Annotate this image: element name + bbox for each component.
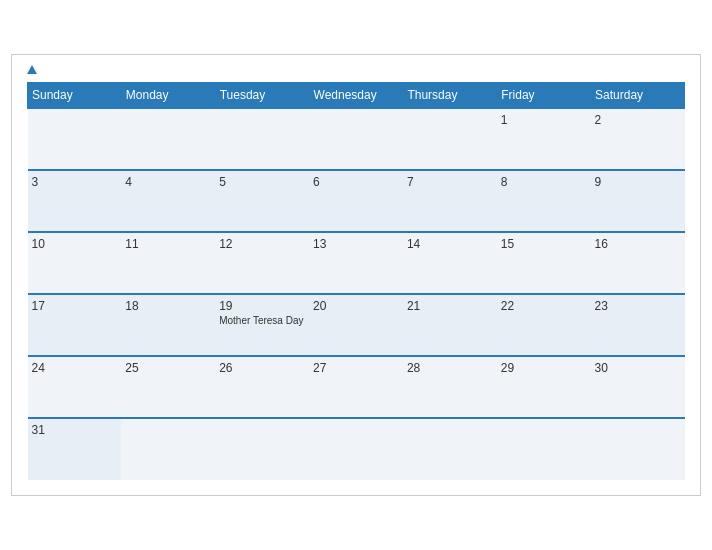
calendar-day-cell: 29 bbox=[497, 356, 591, 418]
calendar-day-cell: 16 bbox=[591, 232, 685, 294]
calendar-day-cell: 22 bbox=[497, 294, 591, 356]
day-number: 11 bbox=[125, 237, 211, 251]
logo bbox=[27, 65, 39, 74]
calendar-week-row: 12 bbox=[28, 108, 685, 170]
calendar-day-cell: 10 bbox=[28, 232, 122, 294]
calendar-day-cell: 5 bbox=[215, 170, 309, 232]
calendar-day-cell: 26 bbox=[215, 356, 309, 418]
calendar-day-cell: 27 bbox=[309, 356, 403, 418]
logo-blue-text bbox=[27, 65, 39, 74]
day-number: 6 bbox=[313, 175, 399, 189]
calendar-week-row: 10111213141516 bbox=[28, 232, 685, 294]
calendar-day-cell bbox=[28, 108, 122, 170]
calendar-day-cell: 28 bbox=[403, 356, 497, 418]
day-number: 15 bbox=[501, 237, 587, 251]
calendar-day-cell: 30 bbox=[591, 356, 685, 418]
day-number: 10 bbox=[32, 237, 118, 251]
day-number: 12 bbox=[219, 237, 305, 251]
calendar-header bbox=[27, 65, 685, 74]
calendar-day-cell: 8 bbox=[497, 170, 591, 232]
calendar-day-cell: 2 bbox=[591, 108, 685, 170]
calendar-day-cell: 12 bbox=[215, 232, 309, 294]
calendar-day-cell: 23 bbox=[591, 294, 685, 356]
calendar-day-cell bbox=[215, 418, 309, 480]
day-number: 1 bbox=[501, 113, 587, 127]
calendar-day-cell: 15 bbox=[497, 232, 591, 294]
weekday-header: Saturday bbox=[591, 83, 685, 109]
weekday-header: Monday bbox=[121, 83, 215, 109]
day-number: 23 bbox=[595, 299, 681, 313]
calendar-day-cell: 21 bbox=[403, 294, 497, 356]
calendar-day-cell bbox=[403, 108, 497, 170]
day-number: 27 bbox=[313, 361, 399, 375]
day-number: 24 bbox=[32, 361, 118, 375]
weekday-header: Friday bbox=[497, 83, 591, 109]
calendar-day-cell bbox=[215, 108, 309, 170]
calendar-day-cell: 11 bbox=[121, 232, 215, 294]
day-number: 31 bbox=[32, 423, 118, 437]
calendar-table: SundayMondayTuesdayWednesdayThursdayFrid… bbox=[27, 82, 685, 480]
weekday-header: Thursday bbox=[403, 83, 497, 109]
calendar-day-cell: 13 bbox=[309, 232, 403, 294]
calendar-day-cell bbox=[497, 418, 591, 480]
day-number: 26 bbox=[219, 361, 305, 375]
calendar-day-cell bbox=[309, 108, 403, 170]
calendar-day-cell bbox=[121, 108, 215, 170]
calendar-header-row: SundayMondayTuesdayWednesdayThursdayFrid… bbox=[28, 83, 685, 109]
calendar-day-cell: 18 bbox=[121, 294, 215, 356]
holiday-label: Mother Teresa Day bbox=[219, 315, 305, 326]
weekday-header: Sunday bbox=[28, 83, 122, 109]
day-number: 4 bbox=[125, 175, 211, 189]
logo-triangle-icon bbox=[27, 65, 37, 74]
day-number: 7 bbox=[407, 175, 493, 189]
day-number: 17 bbox=[32, 299, 118, 313]
calendar-day-cell: 31 bbox=[28, 418, 122, 480]
day-number: 5 bbox=[219, 175, 305, 189]
calendar-day-cell: 6 bbox=[309, 170, 403, 232]
day-number: 16 bbox=[595, 237, 681, 251]
weekday-header: Tuesday bbox=[215, 83, 309, 109]
calendar-day-cell: 4 bbox=[121, 170, 215, 232]
weekday-header: Wednesday bbox=[309, 83, 403, 109]
day-number: 8 bbox=[501, 175, 587, 189]
day-number: 13 bbox=[313, 237, 399, 251]
calendar-day-cell: 14 bbox=[403, 232, 497, 294]
calendar-week-row: 3456789 bbox=[28, 170, 685, 232]
calendar-day-cell bbox=[403, 418, 497, 480]
day-number: 20 bbox=[313, 299, 399, 313]
day-number: 14 bbox=[407, 237, 493, 251]
day-number: 2 bbox=[595, 113, 681, 127]
day-number: 9 bbox=[595, 175, 681, 189]
calendar-day-cell: 3 bbox=[28, 170, 122, 232]
calendar-day-cell: 9 bbox=[591, 170, 685, 232]
day-number: 22 bbox=[501, 299, 587, 313]
calendar-day-cell: 7 bbox=[403, 170, 497, 232]
day-number: 18 bbox=[125, 299, 211, 313]
calendar-day-cell: 20 bbox=[309, 294, 403, 356]
calendar-week-row: 171819Mother Teresa Day20212223 bbox=[28, 294, 685, 356]
day-number: 21 bbox=[407, 299, 493, 313]
day-number: 19 bbox=[219, 299, 305, 313]
day-number: 29 bbox=[501, 361, 587, 375]
calendar-day-cell: 1 bbox=[497, 108, 591, 170]
calendar-day-cell: 19Mother Teresa Day bbox=[215, 294, 309, 356]
calendar-day-cell bbox=[121, 418, 215, 480]
calendar-day-cell: 24 bbox=[28, 356, 122, 418]
day-number: 28 bbox=[407, 361, 493, 375]
day-number: 30 bbox=[595, 361, 681, 375]
calendar-day-cell bbox=[309, 418, 403, 480]
calendar-week-row: 24252627282930 bbox=[28, 356, 685, 418]
calendar-day-cell: 25 bbox=[121, 356, 215, 418]
calendar-container: SundayMondayTuesdayWednesdayThursdayFrid… bbox=[11, 54, 701, 496]
calendar-week-row: 31 bbox=[28, 418, 685, 480]
day-number: 25 bbox=[125, 361, 211, 375]
day-number: 3 bbox=[32, 175, 118, 189]
calendar-day-cell: 17 bbox=[28, 294, 122, 356]
calendar-day-cell bbox=[591, 418, 685, 480]
